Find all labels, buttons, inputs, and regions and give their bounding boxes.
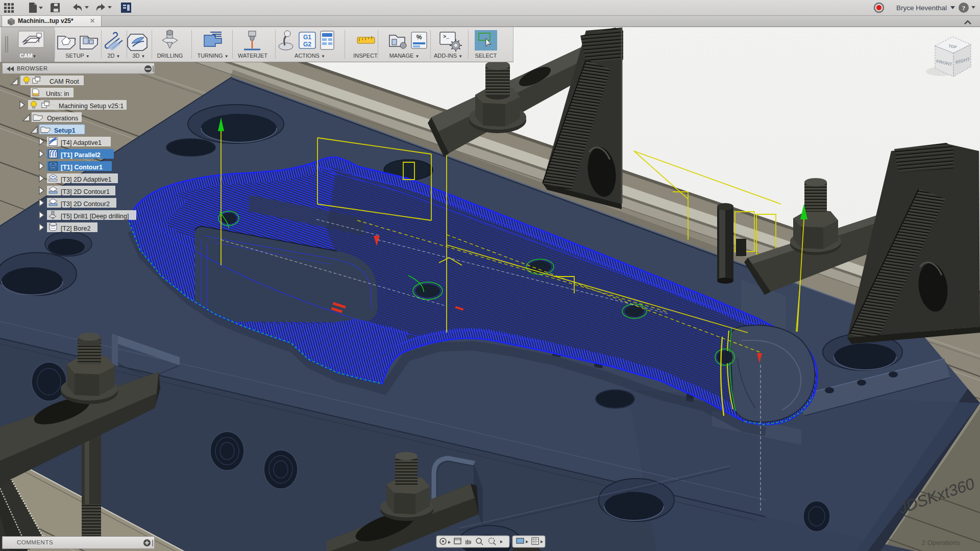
svg-text:G1: G1 <box>303 34 311 41</box>
svg-text:%: % <box>416 34 422 41</box>
svg-text:Bryce Heventhal: Bryce Heventhal <box>896 4 947 12</box>
svg-text:>_: >_ <box>443 34 450 40</box>
svg-text:?: ? <box>962 4 966 12</box>
svg-text:G2: G2 <box>303 41 311 48</box>
